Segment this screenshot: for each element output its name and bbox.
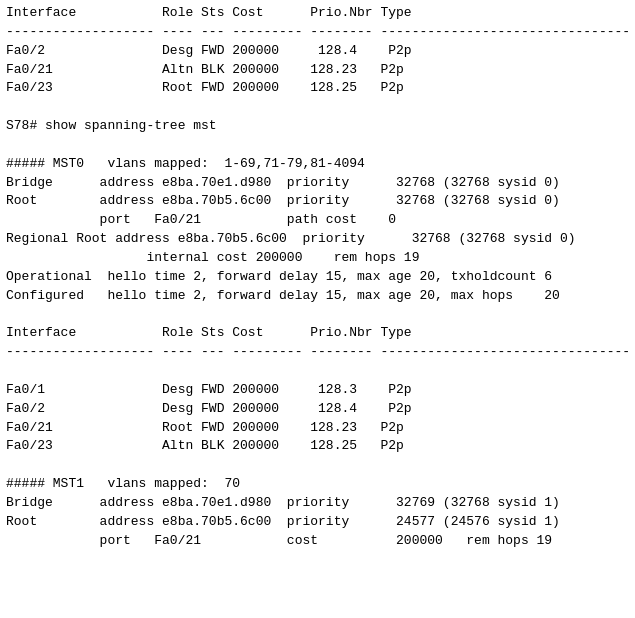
- terminal-output: Interface Role Sts Cost Prio.Nbr Type --…: [6, 4, 629, 550]
